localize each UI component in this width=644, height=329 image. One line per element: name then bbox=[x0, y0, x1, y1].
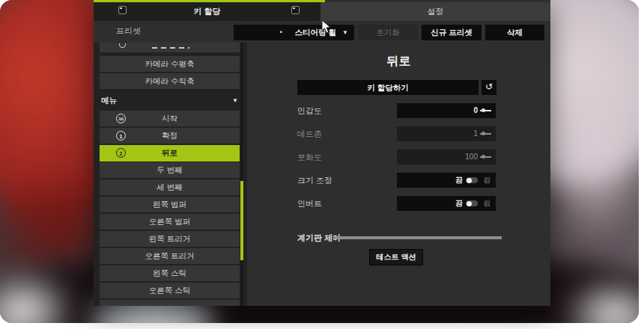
mini-slider-icon bbox=[480, 156, 491, 158]
modified-dot: • bbox=[280, 25, 282, 40]
sky-strip-blur bbox=[539, 45, 639, 239]
section-header-menu[interactable]: 메뉴 ▼ bbox=[94, 93, 247, 108]
deadzone-label: 데드존 bbox=[297, 126, 391, 141]
mini-slider-icon bbox=[480, 133, 491, 135]
reset-preset-button[interactable]: 초기화 bbox=[358, 25, 418, 40]
preset-label: 프리셋 bbox=[116, 25, 141, 37]
collapse-icon: ▼ bbox=[232, 93, 238, 108]
test-action-button[interactable]: 테스트 액션 bbox=[369, 249, 423, 265]
list-item-left-trigger[interactable]: 왼쪽 트리거 bbox=[100, 231, 240, 247]
list-item-right-bumper[interactable]: 오른쪽 범퍼 bbox=[100, 214, 240, 230]
scrollbar-track[interactable] bbox=[240, 43, 243, 306]
dashboard-control-slider[interactable] bbox=[333, 236, 502, 239]
button-badge-2: 2 bbox=[116, 148, 126, 158]
list-item-right-trigger[interactable]: 오른쪽 트리거 bbox=[100, 248, 240, 264]
list-item-clipped-bottom[interactable] bbox=[100, 300, 240, 306]
preset-dropdown-value: 스티어링 휠 bbox=[295, 25, 336, 40]
binding-list: 카메라 수평축 카메라 수직축 메뉴 ▼ 10 시작 1 확정 2 뒤로 두 번… bbox=[94, 43, 247, 306]
list-item-label: 시작 bbox=[162, 114, 177, 123]
tab-settings-label: 설정 bbox=[321, 2, 550, 21]
list-item-left-bumper[interactable]: 왼쪽 범퍼 bbox=[100, 197, 240, 212]
key-square-1-icon bbox=[118, 6, 127, 14]
scrollbar-thumb[interactable] bbox=[240, 181, 243, 260]
list-item-left-stick[interactable]: 왼쪽 스틱 bbox=[100, 265, 240, 281]
delete-preset-button[interactable]: 삭제 bbox=[485, 25, 544, 40]
reset-binding-button[interactable]: ↺ bbox=[482, 80, 496, 95]
saturation-slider[interactable]: 100 bbox=[397, 150, 496, 164]
toggle-off-label: 끔 bbox=[455, 173, 463, 188]
binding-title: 뒤로 bbox=[247, 54, 550, 70]
list-item-confirm[interactable]: 1 확정 bbox=[100, 128, 240, 144]
preset-dropdown[interactable]: • 스티어링 휠 ▼ bbox=[234, 25, 354, 40]
invert-toggle-row: 끔 켬 bbox=[397, 196, 496, 211]
sensitivity-value: 0 bbox=[473, 103, 478, 118]
sensitivity-label: 민감도 bbox=[297, 103, 391, 118]
button-badge-1: 1 bbox=[116, 131, 126, 141]
deadzone-value: 1 bbox=[473, 126, 478, 141]
list-item-second[interactable]: 두 번째 bbox=[100, 162, 240, 178]
toggle-off-label: 끔 bbox=[455, 196, 463, 211]
screenshot-stage: 키 할당 설정 프리셋 • 스티어링 휠 ▼ 초기화 신규 프리셋 삭제 카메라… bbox=[0, 0, 644, 329]
new-preset-button[interactable]: 신규 프리셋 bbox=[422, 25, 482, 40]
scale-toggle[interactable] bbox=[466, 177, 478, 183]
toggle-on-label: 켬 bbox=[483, 196, 490, 211]
tab-settings[interactable]: 설정 bbox=[321, 2, 550, 21]
list-item-label: 뒤로 bbox=[162, 148, 177, 157]
saturation-value: 100 bbox=[465, 150, 478, 164]
scale-label: 크기 조정 bbox=[297, 173, 391, 188]
deadzone-slider[interactable]: 1 bbox=[397, 126, 496, 141]
clipped-item-text-remnant bbox=[152, 47, 189, 49]
sensitivity-slider[interactable]: 0 bbox=[397, 103, 496, 118]
saturation-label: 포화도 bbox=[297, 150, 391, 164]
list-item-right-stick[interactable]: 오른쪽 스틱 bbox=[100, 283, 240, 298]
tab-key-assignment[interactable]: 키 할당 bbox=[94, 0, 321, 21]
invert-toggle[interactable] bbox=[466, 200, 478, 206]
list-item-third[interactable]: 세 번째 bbox=[100, 179, 240, 195]
tab-key-assignment-label: 키 할당 bbox=[94, 2, 321, 21]
clipped-item-icon bbox=[119, 43, 126, 48]
list-item-camera-horizontal[interactable]: 카메라 수평축 bbox=[100, 56, 240, 72]
section-header-label: 메뉴 bbox=[101, 93, 117, 108]
reset-icon: ↺ bbox=[485, 82, 493, 92]
list-item-back-selected[interactable]: 2 뒤로 bbox=[100, 145, 240, 162]
list-item-label: 확정 bbox=[162, 131, 177, 140]
scale-toggle-row: 끔 켬 bbox=[397, 173, 496, 188]
list-item-clipped-top[interactable] bbox=[100, 43, 240, 52]
active-tab-accent bbox=[94, 0, 325, 2]
assign-key-button[interactable]: 키 할당하기 bbox=[297, 80, 479, 95]
list-item-camera-vertical[interactable]: 카메라 수직축 bbox=[100, 73, 240, 89]
list-item-start[interactable]: 10 시작 bbox=[100, 111, 240, 126]
button-badge-10: 10 bbox=[116, 114, 126, 123]
toggle-on-label: 켬 bbox=[483, 173, 490, 188]
invert-label: 인버트 bbox=[297, 196, 391, 211]
chevron-down-icon: ▼ bbox=[342, 25, 348, 40]
settings-panel: 키 할당 설정 프리셋 • 스티어링 휠 ▼ 초기화 신규 프리셋 삭제 카메라… bbox=[94, 0, 550, 306]
key-square-2-icon bbox=[291, 6, 300, 14]
mini-slider-icon bbox=[480, 110, 491, 111]
